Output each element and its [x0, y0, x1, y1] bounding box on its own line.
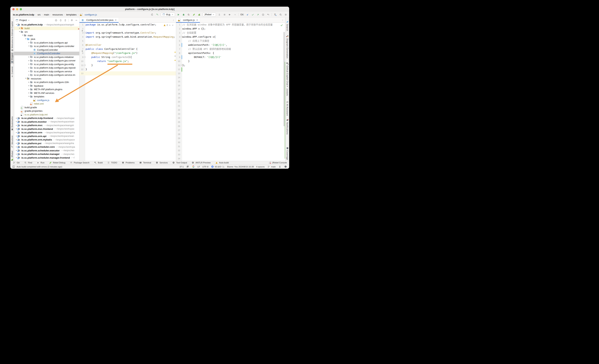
tree-toggle-icon[interactable]	[15, 124, 18, 127]
tree-toggle-icon[interactable]	[15, 131, 18, 134]
collapse-all-button[interactable]	[64, 19, 67, 22]
git-update-button[interactable]	[246, 13, 249, 16]
tree-toggle-icon[interactable]	[28, 67, 30, 69]
tree-toggle-icon[interactable]	[15, 149, 18, 152]
status-item-60-0-1-[interactable]: 60 Δ/0↑ 1↓	[211, 165, 225, 168]
history-button[interactable]	[261, 13, 265, 16]
rollback-icon[interactable]	[156, 13, 159, 16]
tool-window-button-git[interactable]: Git	[13, 161, 19, 164]
tree-item-meta-inf-platform-plugins[interactable]: META-INF.platform.plugins	[14, 87, 79, 91]
tree-item-io-sc-platform-orm-api[interactable]: io.sc.platform.orm.api- ~/wspsc/workspac…	[14, 134, 79, 138]
tree-item-io-sc-platform-scheduler-executor[interactable]: io.sc.platform.scheduler.executor- ~/wsp…	[14, 149, 79, 153]
tree-toggle-icon[interactable]	[18, 27, 21, 29]
status-item[interactable]	[186, 165, 189, 168]
fold-marker-icon[interactable]	[84, 64, 86, 66]
tree-item-gradle-properties[interactable]: gradle.properties	[14, 109, 79, 113]
tab-configurejscontroller-java[interactable]: ConfigureJsController.java ✕	[79, 18, 119, 23]
tree-toggle-icon[interactable]	[25, 78, 27, 80]
tree-toggle-icon[interactable]	[28, 88, 30, 91]
tool-stripe-item-structure[interactable]: Structure	[10, 135, 14, 149]
tree-item-io-sc-platform-lcdp-configure-controller[interactable]: io.sc.platform.lcdp.configure.controller	[14, 44, 79, 48]
sync-icon[interactable]	[150, 13, 154, 16]
tree-toggle-icon[interactable]	[15, 142, 18, 145]
tree-toggle-icon[interactable]	[21, 34, 24, 37]
status-item[interactable]	[192, 165, 195, 168]
layout-icon[interactable]	[12, 165, 15, 168]
tree-toggle-icon[interactable]	[15, 23, 18, 26]
tree-item-io-sc-platform-mvc-frontend[interactable]: io.sc.platform.mvc.frontend- ~/wspsc/wor…	[14, 127, 79, 131]
tree-toggle-icon[interactable]	[15, 135, 18, 137]
navigate-back-button[interactable]	[228, 13, 231, 16]
tree-toggle-icon[interactable]	[18, 31, 21, 33]
tree-toggle-icon[interactable]	[15, 146, 18, 148]
fold-marker-icon[interactable]	[84, 32, 86, 34]
git-commit-button[interactable]	[251, 13, 254, 16]
tree-toggle-icon[interactable]	[28, 74, 30, 76]
status-item-utf-8[interactable]: UTF-8	[202, 165, 208, 168]
debug-button[interactable]	[182, 13, 185, 16]
tab-options-icon[interactable]	[173, 18, 176, 22]
status-item-4-spaces[interactable]: 4 spaces	[256, 165, 265, 168]
tree-item-io-sc-platform-lcdp-configure-jpa-entity[interactable]: io.sc.platform.lcdp.configure.jpa.entity	[14, 62, 79, 66]
tool-window-button-package-search[interactable]: Package Search	[70, 161, 89, 164]
tree-item-io-sc-platform-lcdp-configure-initializer[interactable]: io.sc.platform.lcdp.configure.initialize…	[14, 55, 79, 59]
close-window-icon[interactable]	[12, 8, 15, 10]
tree-toggle-icon[interactable]	[28, 45, 30, 47]
run-button[interactable]	[177, 13, 180, 16]
tree-toggle-icon[interactable]	[28, 56, 30, 58]
tree-item-io-sc-platform-scheduler-manager-frontend[interactable]: io.sc.platform.scheduler.manager.fronten…	[14, 156, 79, 160]
tool-window-button-find[interactable]: Find	[24, 161, 32, 164]
tree-item-io-sc-platform-lcdp-configure-service[interactable]: io.sc.platform.lcdp.configure.service	[14, 70, 79, 73]
tool-stripe-item-copilot-welcome[interactable]: Welcome to GitHub Copilot	[10, 21, 14, 52]
tree-toggle-icon[interactable]	[28, 59, 30, 62]
tree-toggle-icon[interactable]	[15, 153, 18, 155]
fold-marker-icon[interactable]	[181, 36, 182, 38]
tool-stripe-item-search[interactable]: Search	[285, 20, 289, 32]
tool-window-button-problems[interactable]: Problems	[121, 161, 135, 164]
status-item[interactable]	[284, 165, 287, 168]
maximize-window-icon[interactable]	[20, 8, 22, 10]
tool-stripe-item-diagram-generation[interactable]: Diagram Generation	[285, 34, 289, 59]
tree-item-io-sc-platform-scheduler-core[interactable]: io.sc.platform.scheduler.core- ~/wspsc/w…	[14, 145, 79, 149]
close-tab-icon[interactable]: ✕	[115, 19, 117, 21]
tool-stripe-item-coverage[interactable]: Coverage	[285, 146, 289, 161]
tab-configure-js[interactable]: configure.js ✕	[176, 18, 200, 23]
tree-item-build-gradle[interactable]: build.gradle	[14, 106, 79, 109]
tree-item-meta-inf-services[interactable]: META-INF.services	[14, 91, 79, 95]
tree-item-resources[interactable]: resources	[14, 77, 79, 81]
tree-toggle-icon[interactable]	[28, 85, 30, 87]
tool-window-button-auto-build[interactable]: Auto-build	[215, 161, 229, 164]
tree-item-io-sc-platform-poi[interactable]: io.sc.platform.poi- ~/wspsc/workspace/wa…	[14, 142, 79, 145]
tree-item-configurejscontroller[interactable]: ConfigureJsController	[14, 52, 79, 55]
js-editor[interactable]: 1// 在浏览器 window 对象中新建名为 APP 的容器变量，用于存放平台…	[176, 23, 285, 161]
tree-toggle-icon[interactable]	[28, 92, 30, 94]
breadcrumb-item[interactable]: configure.js	[85, 13, 97, 16]
select-opened-file-button[interactable]	[55, 19, 58, 22]
run-configuration-select[interactable]: 平台	[161, 13, 175, 17]
tree-toggle-icon[interactable]	[15, 156, 18, 159]
git-push-button[interactable]	[256, 13, 259, 16]
tree-toggle-icon[interactable]	[15, 121, 18, 123]
tree-item-main[interactable]: main	[14, 34, 79, 37]
tool-window-button-services[interactable]: Services	[155, 161, 168, 164]
tree-toggle-icon[interactable]	[28, 63, 30, 65]
breadcrumb-item[interactable]: src	[37, 13, 41, 16]
tree-toggle-icon[interactable]	[15, 128, 18, 130]
tree-item-io-sc-platform-orm[interactable]: io.sc.platform.orm- ~/wspsc/workspace/wa…	[14, 131, 79, 134]
tree-item-io-sc-platform-lcdp[interactable]: io.sc.platform.lcdp- ~/wspsc/workspace/w…	[14, 23, 79, 26]
tree-item-src[interactable]: src	[14, 30, 79, 34]
panel-options-button[interactable]	[70, 19, 73, 22]
tool-stripe-item-notifications[interactable]: Notifications	[285, 118, 289, 135]
tool-window-button-rebel-debug[interactable]: Rebel Debug	[49, 161, 65, 164]
tree-item-build[interactable]: build	[14, 26, 79, 30]
tree-item-io-sc-platform-lcdp-configure-service-im[interactable]: io.sc.platform.lcdp.configure.service.im	[14, 73, 79, 77]
tree-item-configurecontroller[interactable]: ConfigureController	[14, 48, 79, 52]
jrebel-debug-button[interactable]	[197, 13, 201, 16]
prev-problem-icon[interactable]	[169, 23, 171, 27]
tool-stripe-item-commit[interactable]: Commit	[10, 66, 14, 78]
tree-toggle-icon[interactable]	[25, 38, 27, 40]
jrebel-run-button[interactable]	[192, 13, 196, 16]
tree-toggle-icon[interactable]	[28, 42, 30, 44]
tree-item-io-sc-platform-lcdp-frontend[interactable]: io.sc.platform.lcdp.frontend- ~/wspsc/wo…	[14, 116, 79, 120]
tree-item-io-sc-platform-mvc[interactable]: io.sc.platform.mvc- ~/wspsc/workspace/wa…	[14, 123, 79, 127]
